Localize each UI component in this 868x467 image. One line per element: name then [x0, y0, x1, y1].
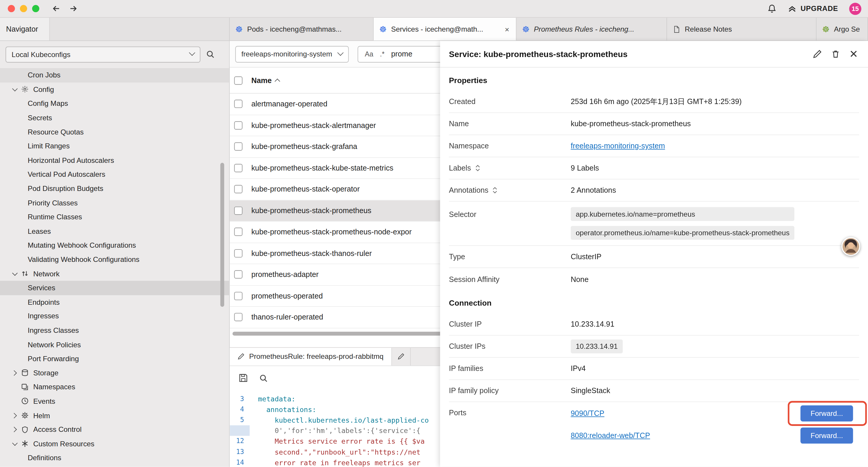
notification-count-badge[interactable]: 15 — [849, 2, 861, 14]
tab-pods[interactable]: ☸ Pods - icecheng@mathmas... — [230, 18, 374, 40]
sidebar-item-ingresses[interactable]: Ingresses — [0, 309, 229, 323]
sidebar-item-leases[interactable]: Leases — [0, 224, 229, 238]
row-checkbox[interactable] — [234, 164, 243, 172]
chevron-down-icon — [337, 49, 344, 56]
row-checkbox[interactable] — [234, 313, 243, 321]
sidebar-item-custom-resources[interactable]: Custom Resources — [0, 437, 229, 451]
search-value: prome — [391, 50, 412, 58]
sidebar-item-events[interactable]: Events — [0, 394, 229, 408]
editor-tab-partial[interactable] — [392, 348, 411, 365]
row-checkbox[interactable] — [234, 121, 243, 129]
row-checkbox[interactable] — [234, 270, 243, 279]
name-value: kube-prometheus-stack-prometheus — [571, 120, 691, 128]
sidebar-item-network-policies[interactable]: Network Policies — [0, 338, 229, 352]
sidebar-item-cron-jobs[interactable]: Cron Jobs — [0, 68, 229, 82]
sidebar-item-namespaces[interactable]: Namespaces — [0, 380, 229, 394]
back-icon[interactable] — [52, 4, 61, 13]
row-checkbox[interactable] — [234, 206, 243, 214]
sidebar-item-resource-quotas[interactable]: Resource Quotas — [0, 125, 229, 139]
match-case-toggle[interactable]: Aa — [365, 50, 373, 58]
delete-trash-icon[interactable] — [831, 49, 840, 59]
kubernetes-icon: ☸ — [522, 25, 529, 33]
sidebar-item-runtime-classes[interactable]: Runtime Classes — [0, 210, 229, 224]
user-avatar[interactable] — [841, 237, 860, 256]
ip-family-policy-value: SingleStack — [571, 387, 610, 395]
selector-chip: app.kubernetes.io/name=prometheus — [571, 207, 795, 221]
select-all-checkbox[interactable] — [234, 76, 243, 85]
sidebar-item-priority-classes[interactable]: Priority Classes — [0, 196, 229, 210]
regex-toggle[interactable]: .* — [380, 50, 385, 58]
annotations-count: 2 Annotations — [571, 186, 616, 195]
tab-strip: Navigator ☸ Pods - icecheng@mathmas... ☸… — [0, 18, 868, 41]
sidebar-search-icon[interactable] — [206, 50, 215, 59]
port-line: 8080:reloader-web/TCP Forward... — [571, 424, 859, 446]
expand-collapse-icon[interactable] — [475, 164, 480, 171]
chevron-right-icon — [11, 427, 17, 432]
service-details-drawer: Service: kube-prometheus-stack-prometheu… — [440, 41, 868, 467]
chevron-right-icon — [11, 413, 17, 418]
row-checkbox[interactable] — [234, 100, 243, 108]
tab-label: Argo Se — [834, 25, 860, 33]
name-column-header[interactable]: Name — [251, 76, 280, 85]
sidebar-item-ingress-classes[interactable]: Ingress Classes — [0, 323, 229, 338]
namespace-filter-select[interactable]: freeleaps-monitoring-system — [235, 46, 349, 62]
forward-icon[interactable] — [68, 4, 78, 13]
close-tab-icon[interactable]: × — [504, 25, 510, 33]
sidebar-item-helm[interactable]: Helm — [0, 408, 229, 422]
row-checkbox[interactable] — [234, 143, 243, 151]
forward-button[interactable]: Forward... — [800, 405, 853, 421]
upgrade-button[interactable]: UPGRADE — [788, 4, 838, 13]
sidebar-item-network[interactable]: Network — [0, 267, 229, 281]
notifications-bell-icon[interactable] — [767, 4, 777, 13]
tab-services[interactable]: ☸ Services - icecheng@math... × — [374, 18, 517, 40]
sidebar-item-vertical-pod-autoscalers[interactable]: Vertical Pod Autoscalers — [0, 167, 229, 181]
property-row-session-affinity: Session Affinity None — [449, 268, 859, 290]
row-checkbox[interactable] — [234, 228, 243, 236]
sidebar-item-config-maps[interactable]: Config Maps — [0, 96, 229, 111]
sidebar-item-port-forwarding[interactable]: Port Forwarding — [0, 352, 229, 366]
row-checkbox[interactable] — [234, 292, 243, 300]
sidebar-item-mutating-webhook-configurations[interactable]: Mutating Webhook Configurations — [0, 238, 229, 253]
tab-prometheus-rules[interactable]: ☸ Prometheus Rules - icecheng... — [517, 18, 667, 40]
tab-release-notes[interactable]: Release Notes — [667, 18, 816, 40]
sidebar-item-definitions[interactable]: Definitions — [0, 451, 229, 465]
editor-search-icon[interactable] — [259, 374, 268, 382]
kubeconfig-selector-label: Local Kubeconfigs — [11, 50, 70, 59]
sidebar-item-pod-disruption-budgets[interactable]: Pod Disruption Budgets — [0, 181, 229, 196]
row-checkbox[interactable] — [234, 249, 243, 258]
sidebar-item-services[interactable]: Services — [0, 281, 229, 295]
sidebar-item-access-control[interactable]: Access Control — [0, 422, 229, 437]
main-area: Local Kubeconfigs Cron Jobs Config Confi… — [0, 41, 868, 467]
save-icon[interactable] — [239, 373, 248, 383]
edit-pencil-icon[interactable] — [813, 49, 822, 59]
kubeconfig-selector[interactable]: Local Kubeconfigs — [6, 46, 200, 62]
sidebar-item-validating-webhook-configurations[interactable]: Validating Webhook Configurations — [0, 253, 229, 267]
sidebar-item-endpoints[interactable]: Endpoints — [0, 295, 229, 309]
tab-label: Prometheus Rules - icecheng... — [534, 25, 634, 33]
navigator-tab[interactable]: Navigator — [0, 18, 50, 40]
port-link[interactable]: 8080:reloader-web/TCP — [571, 431, 650, 439]
row-checkbox[interactable] — [234, 185, 243, 193]
port-link[interactable]: 9090/TCP — [571, 409, 604, 417]
close-window-button[interactable] — [8, 5, 15, 12]
upgrade-label: UPGRADE — [801, 4, 838, 13]
close-drawer-icon[interactable]: ✕ — [849, 49, 858, 59]
editor-tab-prometheusrule[interactable]: PrometheusRule: freeleaps-prod-rabbitmq — [230, 348, 392, 365]
property-row-cluster-ips: Cluster IPs 10.233.14.91 — [449, 335, 859, 358]
tab-argo[interactable]: ☸ Argo Se — [816, 18, 868, 40]
minimize-window-button[interactable] — [20, 5, 27, 12]
created-value: 253d 16h 6m ago (2025年1月13日 GMT+8 1:25:3… — [571, 97, 742, 107]
expand-collapse-icon[interactable] — [492, 186, 498, 194]
forward-button[interactable]: Forward... — [800, 428, 853, 443]
sidebar-item-limit-ranges[interactable]: Limit Ranges — [0, 139, 229, 153]
namespace-link[interactable]: freeleaps-monitoring-system — [571, 142, 665, 150]
sidebar-item-storage[interactable]: Storage — [0, 366, 229, 380]
tab-label: Release Notes — [685, 25, 732, 33]
sidebar-item-horizontal-pod-autoscalers[interactable]: Horizontal Pod Autoscalers — [0, 153, 229, 167]
gear-icon — [20, 85, 29, 93]
sidebar-scrollbar[interactable] — [220, 163, 224, 307]
labels-count: 9 Labels — [571, 164, 599, 172]
sidebar-item-config[interactable]: Config — [0, 82, 229, 96]
zoom-window-button[interactable] — [32, 5, 39, 12]
sidebar-item-secrets[interactable]: Secrets — [0, 111, 229, 125]
